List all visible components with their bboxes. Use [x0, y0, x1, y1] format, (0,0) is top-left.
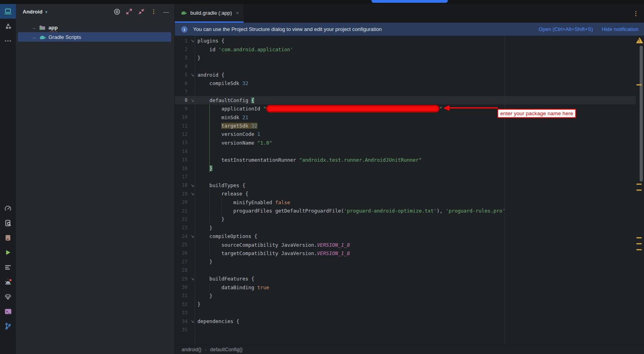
code-line-18[interactable]: 18↘ buildTypes {	[175, 181, 644, 190]
code-line-19[interactable]: 19↘ release {	[175, 190, 644, 198]
expand-all-icon[interactable]	[126, 8, 133, 15]
fold-arrow-icon[interactable]: ↘	[188, 234, 197, 239]
line-number: 30	[175, 284, 188, 290]
android-pane-button[interactable]	[0, 4, 16, 19]
code-line-30[interactable]: 30 dataBinding true	[175, 283, 644, 291]
fold-arrow-icon[interactable]: ↘	[188, 319, 197, 324]
line-number: 15	[175, 157, 188, 162]
list-lines-icon	[5, 265, 11, 270]
indent-guide	[209, 241, 210, 258]
tab-build-gradle-app[interactable]: build.gradle (:app) ×	[175, 4, 244, 23]
warning-stripe-mark[interactable]	[636, 184, 642, 185]
line-number: 12	[175, 132, 188, 137]
locate-file-icon[interactable]	[113, 8, 120, 15]
code-line-15[interactable]: 15 testInstrumentationRunner "androidx.t…	[175, 155, 644, 164]
fold-arrow-icon[interactable]: ↘	[188, 183, 197, 188]
fold-arrow-icon[interactable]: ↘	[188, 38, 197, 43]
expand-arrow-icon[interactable]: →	[31, 25, 39, 31]
code-line-2[interactable]: 2 id 'com.android.application'	[175, 45, 644, 53]
code-line-11[interactable]: 11 targetSdk 32	[175, 122, 644, 130]
hide-notification-link[interactable]: Hide notification	[602, 26, 639, 32]
warning-stripe-mark[interactable]	[636, 237, 642, 238]
play-icon	[5, 250, 11, 255]
kebab-menu-icon[interactable]: ⋮	[633, 10, 644, 17]
package-name-marker-box	[266, 105, 439, 112]
line-number: 5	[175, 72, 188, 77]
collapse-all-icon[interactable]	[138, 8, 145, 15]
code-line-33[interactable]: 33	[175, 309, 644, 317]
code-line-35[interactable]: 35	[175, 325, 644, 334]
line-number: 26	[175, 250, 188, 256]
close-icon[interactable]: ×	[236, 10, 239, 16]
code-line-21[interactable]: 21 proguardFiles getDefaultProguardFile(…	[175, 207, 644, 215]
open-project-structure-link[interactable]: Open (Ctrl+Alt+Shift+S)	[539, 26, 593, 32]
right-margin-guide	[505, 36, 505, 345]
code-line-22[interactable]: 22 }	[175, 215, 644, 223]
run-button[interactable]	[0, 245, 16, 260]
code-line-29[interactable]: 29↘ buildFeatures {	[175, 275, 644, 283]
inspections-warning-icon[interactable]	[636, 37, 643, 43]
code-line-27[interactable]: 27 }	[175, 257, 644, 266]
code-line-1[interactable]: 1↘plugins {	[175, 37, 644, 45]
folder-icon	[39, 25, 47, 30]
notifications-button[interactable]	[0, 275, 16, 289]
warning-stripe-mark[interactable]	[636, 190, 642, 191]
vertical-scrollbar[interactable]	[640, 46, 643, 182]
tree-item-gradle-scripts[interactable]: → Gradle Scripts	[16, 32, 174, 42]
terminal-button[interactable]: >_	[0, 304, 16, 319]
line-number: 2	[175, 46, 188, 52]
tree-item-app[interactable]: → app	[16, 23, 174, 32]
logcat-button[interactable]	[0, 260, 16, 275]
device-icon	[5, 234, 11, 241]
warning-stripe-mark[interactable]	[636, 249, 642, 250]
line-number: 19	[175, 191, 188, 197]
expand-arrow-icon[interactable]: →	[31, 34, 39, 40]
breadcrumb-android[interactable]: android{}	[182, 347, 201, 352]
warning-stripe-mark[interactable]	[636, 243, 642, 244]
device-manager-button[interactable]	[0, 230, 16, 245]
line-number: 11	[175, 123, 188, 129]
code-line-25[interactable]: 25 sourceCompatibility JavaVersion.VERSI…	[175, 240, 644, 249]
version-control-button[interactable]	[0, 319, 16, 333]
fold-arrow-icon[interactable]: ↘	[188, 72, 197, 77]
code-line-13[interactable]: 13 versionName "1.0"	[175, 139, 644, 147]
code-line-31[interactable]: 31 }	[175, 292, 644, 300]
line-number: 22	[175, 217, 188, 222]
title-bar	[0, 0, 644, 4]
line-number: 13	[175, 140, 188, 145]
resource-manager-button[interactable]	[0, 19, 16, 33]
code-line-32[interactable]: 32}	[175, 300, 644, 308]
breadcrumb-defaultconfig[interactable]: defaultConfig{}	[210, 347, 243, 352]
code-line-24[interactable]: 24↘ compileOptions {	[175, 232, 644, 240]
code-line-16[interactable]: 16 }	[175, 164, 644, 172]
code-line-6[interactable]: 6 compileSdk 32	[175, 79, 644, 87]
code-editor[interactable]: 1↘plugins {2 id 'com.android.application…	[175, 36, 644, 345]
project-view-selector[interactable]: Android	[23, 9, 43, 15]
line-number: 16	[175, 166, 188, 171]
code-line-3[interactable]: 3}	[175, 54, 644, 62]
code-line-17[interactable]: 17	[175, 172, 644, 181]
code-line-5[interactable]: 5↘android {	[175, 71, 644, 79]
profiler-button[interactable]	[0, 201, 16, 216]
code-line-4[interactable]: 4	[175, 62, 644, 70]
app-inspection-button[interactable]	[0, 216, 16, 230]
line-number: 8	[175, 97, 188, 103]
code-line-7[interactable]: 7	[175, 87, 644, 96]
code-line-34[interactable]: 34↘dependencies {	[175, 317, 644, 325]
fold-arrow-icon[interactable]: ↘	[188, 276, 197, 281]
code-line-8[interactable]: 8↘ defaultConfig {	[175, 96, 636, 104]
fold-arrow-icon[interactable]: ↘	[188, 98, 197, 103]
code-line-28[interactable]: 28	[175, 266, 644, 275]
hide-panel-icon[interactable]: —	[162, 8, 170, 15]
code-line-14[interactable]: 14	[175, 147, 644, 155]
app-quality-insights-button[interactable]	[0, 289, 16, 304]
code-line-23[interactable]: 23 }	[175, 224, 644, 232]
more-tool-windows-button[interactable]	[0, 33, 16, 48]
options-menu-icon[interactable]: ⋮	[150, 8, 157, 15]
fold-arrow-icon[interactable]: ↘	[188, 191, 197, 196]
code-line-26[interactable]: 26 targetCompatibility JavaVersion.VERSI…	[175, 249, 644, 257]
chevron-down-icon[interactable]: ▾	[45, 10, 48, 15]
code-line-12[interactable]: 12 versionCode 1	[175, 130, 644, 138]
code-line-20[interactable]: 20 minifyEnabled false	[175, 198, 644, 206]
warning-stripe-mark[interactable]	[636, 84, 642, 85]
